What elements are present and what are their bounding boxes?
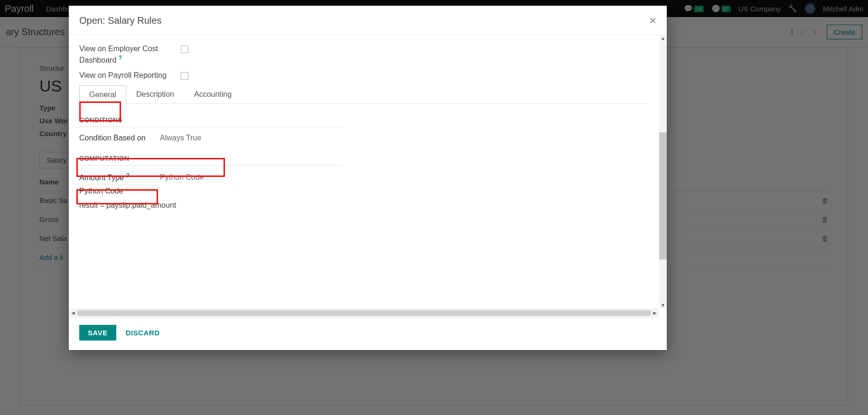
amount-type-label: Amount Type ? xyxy=(79,172,160,182)
amount-type-value[interactable]: Python Code xyxy=(160,173,204,182)
tab-accounting[interactable]: Accounting xyxy=(184,85,242,103)
scroll-down-arrow-icon[interactable]: ▼ xyxy=(659,303,667,308)
view-payroll-reporting-checkbox[interactable] xyxy=(181,72,188,80)
horizontal-scrollbar-track[interactable]: ◄ ► xyxy=(69,308,659,318)
python-code-value[interactable]: result = payslip.paid_amount xyxy=(79,201,649,210)
view-payroll-reporting-label: View on Payroll Reporting xyxy=(79,70,181,81)
divider xyxy=(79,165,343,166)
modal-body: View on Employer Cost Dashboard ? View o… xyxy=(69,35,667,318)
tab-description[interactable]: Description xyxy=(126,85,184,103)
horizontal-scrollbar-thumb[interactable] xyxy=(77,310,651,316)
modal-scroll-area[interactable]: View on Employer Cost Dashboard ? View o… xyxy=(69,35,659,308)
condition-based-on-value[interactable]: Always True xyxy=(160,134,201,142)
close-icon[interactable]: × xyxy=(649,13,656,28)
view-cost-dashboard-label: View on Employer Cost Dashboard ? xyxy=(79,44,181,65)
tab-general[interactable]: General xyxy=(79,85,126,104)
modal-tabs: General Description Accounting xyxy=(79,85,649,104)
modal-header: Open: Salary Rules × xyxy=(69,6,667,35)
python-code-label: Python Code xyxy=(79,187,649,195)
computation-header: COMPUTATION xyxy=(79,155,649,162)
view-cost-dashboard-checkbox[interactable] xyxy=(181,46,188,53)
modal-footer: SAVE DISCARD xyxy=(69,318,667,350)
save-button[interactable]: SAVE xyxy=(79,325,116,341)
conditions-header: CONDITIONS xyxy=(79,116,649,124)
discard-button[interactable]: DISCARD xyxy=(126,329,160,337)
scroll-left-arrow-icon[interactable]: ◄ xyxy=(69,310,77,316)
vertical-scrollbar-thumb[interactable] xyxy=(659,132,667,259)
modal-title: Open: Salary Rules xyxy=(79,15,161,26)
divider xyxy=(79,127,343,127)
condition-based-on-label: Condition Based on xyxy=(79,134,160,142)
scroll-right-arrow-icon[interactable]: ► xyxy=(651,310,659,316)
scroll-up-arrow-icon[interactable]: ▲ xyxy=(659,36,667,41)
salary-rules-modal: Open: Salary Rules × View on Employer Co… xyxy=(69,6,667,350)
